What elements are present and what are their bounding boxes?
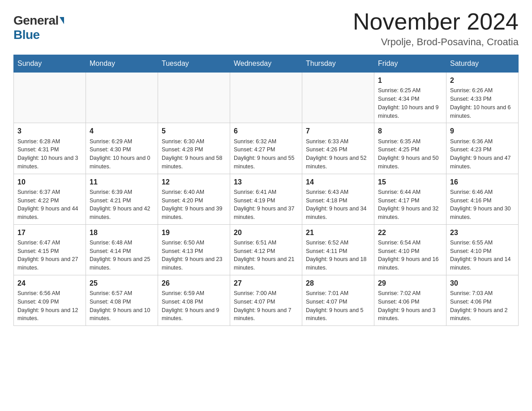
page-header: General Blue November 2024 Vrpolje, Brod…	[13, 9, 519, 48]
month-title: November 2024	[353, 9, 519, 34]
day-number: 16	[450, 177, 515, 187]
day-number: 8	[378, 126, 442, 136]
calendar-cell: 7Sunrise: 6:33 AMSunset: 4:26 PMDaylight…	[302, 123, 374, 174]
calendar-cell: 8Sunrise: 6:35 AMSunset: 4:25 PMDaylight…	[374, 123, 446, 174]
day-number: 14	[306, 177, 370, 187]
calendar-cell: 13Sunrise: 6:41 AMSunset: 4:19 PMDayligh…	[230, 174, 302, 224]
calendar-table: SundayMondayTuesdayWednesdayThursdayFrid…	[13, 55, 519, 326]
day-info: Sunrise: 6:41 AMSunset: 4:19 PMDaylight:…	[234, 188, 298, 222]
calendar-cell: 5Sunrise: 6:30 AMSunset: 4:28 PMDaylight…	[158, 123, 230, 174]
day-info: Sunrise: 6:30 AMSunset: 4:28 PMDaylight:…	[162, 137, 226, 171]
day-info: Sunrise: 6:25 AMSunset: 4:34 PMDaylight:…	[378, 86, 442, 120]
day-info: Sunrise: 6:46 AMSunset: 4:16 PMDaylight:…	[450, 188, 515, 222]
title-section: November 2024 Vrpolje, Brod-Posavina, Cr…	[353, 9, 519, 48]
day-info: Sunrise: 6:50 AMSunset: 4:13 PMDaylight:…	[162, 239, 226, 272]
calendar-cell: 6Sunrise: 6:32 AMSunset: 4:27 PMDaylight…	[230, 123, 302, 174]
day-number: 22	[378, 227, 442, 238]
calendar-cell	[14, 73, 86, 123]
calendar-cell: 3Sunrise: 6:28 AMSunset: 4:31 PMDaylight…	[14, 123, 86, 174]
day-info: Sunrise: 6:54 AMSunset: 4:10 PMDaylight:…	[378, 239, 442, 272]
day-number: 25	[90, 278, 154, 288]
day-number: 11	[90, 177, 154, 187]
day-info: Sunrise: 6:44 AMSunset: 4:17 PMDaylight:…	[378, 188, 442, 222]
day-number: 20	[234, 227, 298, 238]
logo: General Blue	[13, 13, 64, 42]
calendar-week-row: 17Sunrise: 6:47 AMSunset: 4:15 PMDayligh…	[14, 224, 519, 275]
calendar-cell	[158, 73, 230, 123]
calendar-cell: 22Sunrise: 6:54 AMSunset: 4:10 PMDayligh…	[374, 224, 446, 275]
logo-general-text: General	[13, 13, 59, 28]
calendar-cell: 15Sunrise: 6:44 AMSunset: 4:17 PMDayligh…	[374, 174, 446, 224]
day-number: 18	[90, 227, 154, 238]
weekday-header-thursday: Thursday	[302, 55, 374, 73]
day-info: Sunrise: 7:03 AMSunset: 4:06 PMDaylight:…	[450, 289, 515, 323]
calendar-cell: 18Sunrise: 6:48 AMSunset: 4:14 PMDayligh…	[86, 224, 158, 275]
weekday-header-sunday: Sunday	[14, 55, 86, 73]
day-number: 30	[450, 278, 515, 288]
weekday-header-wednesday: Wednesday	[230, 55, 302, 73]
calendar-cell: 2Sunrise: 6:26 AMSunset: 4:33 PMDaylight…	[446, 73, 519, 123]
day-number: 21	[306, 227, 370, 238]
weekday-header-tuesday: Tuesday	[158, 55, 230, 73]
day-info: Sunrise: 6:37 AMSunset: 4:22 PMDaylight:…	[17, 188, 82, 222]
day-number: 24	[17, 278, 82, 288]
day-info: Sunrise: 6:29 AMSunset: 4:30 PMDaylight:…	[90, 137, 154, 171]
logo-blue-text: Blue	[13, 28, 40, 42]
day-info: Sunrise: 6:57 AMSunset: 4:08 PMDaylight:…	[90, 289, 154, 323]
location-text: Vrpolje, Brod-Posavina, Croatia	[353, 36, 519, 48]
calendar-cell	[86, 73, 158, 123]
day-info: Sunrise: 6:33 AMSunset: 4:26 PMDaylight:…	[306, 137, 370, 171]
day-number: 5	[162, 126, 226, 136]
day-number: 12	[162, 177, 226, 187]
calendar-cell: 9Sunrise: 6:36 AMSunset: 4:23 PMDaylight…	[446, 123, 519, 174]
day-info: Sunrise: 6:55 AMSunset: 4:10 PMDaylight:…	[450, 239, 515, 272]
day-info: Sunrise: 6:48 AMSunset: 4:14 PMDaylight:…	[90, 239, 154, 272]
day-info: Sunrise: 6:47 AMSunset: 4:15 PMDaylight:…	[17, 239, 82, 272]
day-info: Sunrise: 6:28 AMSunset: 4:31 PMDaylight:…	[17, 137, 82, 171]
calendar-cell: 19Sunrise: 6:50 AMSunset: 4:13 PMDayligh…	[158, 224, 230, 275]
calendar-cell: 25Sunrise: 6:57 AMSunset: 4:08 PMDayligh…	[86, 275, 158, 325]
day-number: 3	[17, 126, 82, 136]
calendar-cell: 16Sunrise: 6:46 AMSunset: 4:16 PMDayligh…	[446, 174, 519, 224]
day-number: 10	[17, 177, 82, 187]
calendar-cell: 4Sunrise: 6:29 AMSunset: 4:30 PMDaylight…	[86, 123, 158, 174]
calendar-cell: 24Sunrise: 6:56 AMSunset: 4:09 PMDayligh…	[14, 275, 86, 325]
calendar-cell: 14Sunrise: 6:43 AMSunset: 4:18 PMDayligh…	[302, 174, 374, 224]
calendar-cell	[302, 73, 374, 123]
logo-triangle-icon	[60, 17, 64, 24]
day-number: 26	[162, 278, 226, 288]
calendar-cell: 28Sunrise: 7:01 AMSunset: 4:07 PMDayligh…	[302, 275, 374, 325]
day-number: 1	[378, 75, 442, 86]
calendar-cell: 11Sunrise: 6:39 AMSunset: 4:21 PMDayligh…	[86, 174, 158, 224]
day-number: 9	[450, 126, 515, 136]
day-info: Sunrise: 6:32 AMSunset: 4:27 PMDaylight:…	[234, 137, 298, 171]
weekday-header-friday: Friday	[374, 55, 446, 73]
day-number: 4	[90, 126, 154, 136]
day-number: 19	[162, 227, 226, 238]
day-number: 15	[378, 177, 442, 187]
day-info: Sunrise: 6:52 AMSunset: 4:11 PMDaylight:…	[306, 239, 370, 272]
calendar-cell	[230, 73, 302, 123]
day-info: Sunrise: 6:26 AMSunset: 4:33 PMDaylight:…	[450, 86, 515, 120]
day-info: Sunrise: 6:56 AMSunset: 4:09 PMDaylight:…	[17, 289, 82, 323]
day-number: 23	[450, 227, 515, 238]
day-number: 29	[378, 278, 442, 288]
day-info: Sunrise: 7:02 AMSunset: 4:06 PMDaylight:…	[378, 289, 442, 323]
day-info: Sunrise: 6:40 AMSunset: 4:20 PMDaylight:…	[162, 188, 226, 222]
calendar-header-row: SundayMondayTuesdayWednesdayThursdayFrid…	[14, 55, 519, 73]
calendar-cell: 29Sunrise: 7:02 AMSunset: 4:06 PMDayligh…	[374, 275, 446, 325]
day-info: Sunrise: 6:36 AMSunset: 4:23 PMDaylight:…	[450, 137, 515, 171]
calendar-week-row: 24Sunrise: 6:56 AMSunset: 4:09 PMDayligh…	[14, 275, 519, 325]
day-info: Sunrise: 7:01 AMSunset: 4:07 PMDaylight:…	[306, 289, 370, 323]
calendar-cell: 30Sunrise: 7:03 AMSunset: 4:06 PMDayligh…	[446, 275, 519, 325]
day-number: 17	[17, 227, 82, 238]
calendar-cell: 12Sunrise: 6:40 AMSunset: 4:20 PMDayligh…	[158, 174, 230, 224]
day-number: 28	[306, 278, 370, 288]
calendar-cell: 21Sunrise: 6:52 AMSunset: 4:11 PMDayligh…	[302, 224, 374, 275]
weekday-header-monday: Monday	[86, 55, 158, 73]
calendar-week-row: 3Sunrise: 6:28 AMSunset: 4:31 PMDaylight…	[14, 123, 519, 174]
day-info: Sunrise: 6:39 AMSunset: 4:21 PMDaylight:…	[90, 188, 154, 222]
calendar-cell: 20Sunrise: 6:51 AMSunset: 4:12 PMDayligh…	[230, 224, 302, 275]
day-number: 6	[234, 126, 298, 136]
day-info: Sunrise: 7:00 AMSunset: 4:07 PMDaylight:…	[234, 289, 298, 323]
